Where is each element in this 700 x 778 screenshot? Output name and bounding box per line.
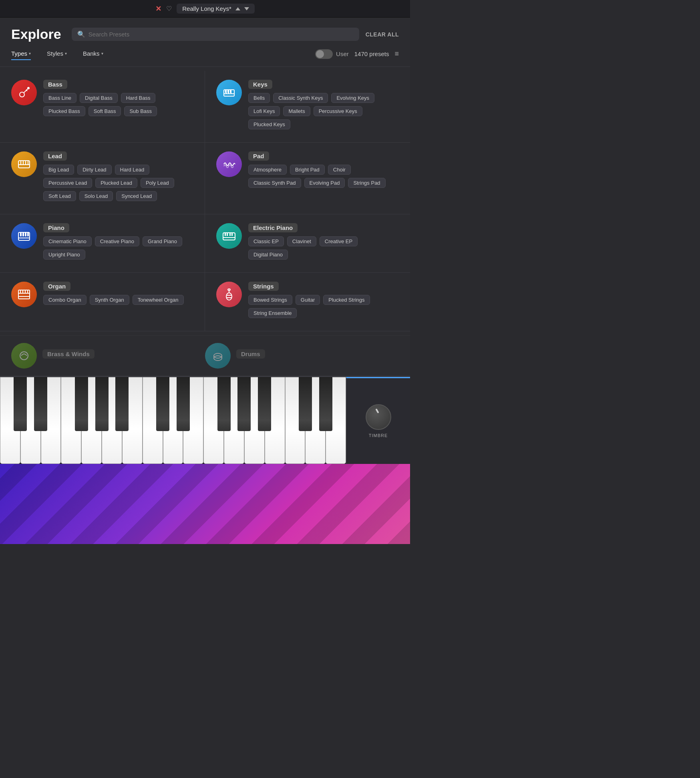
black-key[interactable] — [319, 377, 332, 431]
timbre-knob[interactable] — [366, 404, 391, 430]
tag-item[interactable]: Big Lead — [43, 165, 74, 175]
tag-item[interactable]: Upright Piano — [43, 250, 85, 260]
tag-item[interactable]: Atmosphere — [248, 165, 287, 175]
search-input[interactable] — [89, 31, 354, 38]
svg-rect-20 — [20, 232, 22, 236]
tag-item[interactable]: Plucked Keys — [248, 119, 290, 129]
category-header-organ: OrganCombo OrganSynth OrganTonewheel Org… — [11, 282, 193, 307]
tag-item[interactable]: Strings Pad — [348, 178, 385, 188]
tag-item[interactable]: Mallets — [283, 106, 310, 116]
tag-item[interactable]: Dirty Lead — [77, 165, 111, 175]
black-key[interactable] — [299, 377, 312, 431]
user-toggle[interactable] — [315, 49, 333, 59]
tag-item[interactable]: Hard Bass — [121, 93, 156, 103]
black-key[interactable] — [258, 377, 271, 431]
brass-section-partial: Brass & Winds — [11, 340, 205, 372]
tag-item[interactable]: Plucked Strings — [323, 295, 370, 305]
piano-name-badge[interactable]: Piano — [43, 223, 69, 232]
pad-name-badge[interactable]: Pad — [248, 151, 269, 161]
tag-item[interactable]: Creative EP — [320, 236, 358, 246]
next-preset-button[interactable] — [244, 7, 249, 10]
tag-item[interactable]: Classic EP — [248, 236, 284, 246]
search-bar[interactable]: 🔍 — [72, 28, 359, 41]
category-header-strings: StringsBowed StringsGuitarPlucked String… — [216, 282, 399, 318]
black-key[interactable] — [14, 377, 27, 431]
lead-name-badge[interactable]: Lead — [43, 151, 67, 161]
black-key[interactable] — [95, 377, 109, 431]
bass-name-badge[interactable]: Bass — [43, 80, 67, 89]
lead-tags: Big LeadDirty LeadHard LeadPercussive Le… — [43, 165, 193, 201]
piano-tags: Cinematic PianoCreative PianoGrand Piano… — [43, 236, 193, 260]
tag-item[interactable]: Bright Pad — [290, 165, 325, 175]
brass-svg-icon — [17, 349, 31, 363]
tag-item[interactable]: Creative Piano — [95, 236, 139, 246]
tag-item[interactable]: Synth Organ — [90, 295, 129, 305]
black-key[interactable] — [217, 377, 231, 431]
tag-item[interactable]: Percussive Lead — [43, 178, 92, 188]
tag-item[interactable]: Solo Lead — [79, 191, 113, 201]
tag-item[interactable]: Poly Lead — [141, 178, 174, 188]
black-key[interactable] — [115, 377, 129, 431]
tag-item[interactable]: Bass Line — [43, 93, 76, 103]
tag-item[interactable]: Plucked Bass — [43, 106, 85, 116]
tag-item[interactable]: Clavinet — [287, 236, 316, 246]
tag-item[interactable]: String Ensemble — [248, 308, 297, 318]
tag-item[interactable]: Classic Synth Keys — [273, 93, 328, 103]
tag-item[interactable]: Bells — [248, 93, 270, 103]
tag-item[interactable]: Digital Bass — [80, 93, 118, 103]
filter-tab-styles[interactable]: Styles ▾ — [47, 48, 67, 60]
category-section-bass: BassBass LineDigital BassHard BassPlucke… — [0, 71, 205, 143]
tag-item[interactable]: Plucked Lead — [95, 178, 137, 188]
black-key[interactable] — [34, 377, 47, 431]
organ-icon[interactable] — [11, 282, 37, 307]
black-key[interactable] — [156, 377, 169, 431]
tag-item[interactable]: Choir — [328, 165, 351, 175]
tag-item[interactable]: Digital Piano — [248, 250, 288, 260]
epiano-name-badge[interactable]: Electric Piano — [248, 223, 298, 232]
svg-rect-21 — [22, 232, 24, 236]
tag-item[interactable]: Bowed Strings — [248, 295, 292, 305]
tag-item[interactable]: Soft Bass — [89, 106, 121, 116]
tag-item[interactable]: Synced Lead — [116, 191, 157, 201]
lead-icon[interactable] — [11, 151, 37, 177]
tag-item[interactable]: Cinematic Piano — [43, 236, 92, 246]
close-button[interactable]: ✕ — [155, 4, 161, 13]
svg-rect-22 — [25, 232, 26, 236]
tag-item[interactable]: Percussive Keys — [314, 106, 362, 116]
tag-item[interactable]: Evolving Pad — [304, 178, 345, 188]
keys-name-badge[interactable]: Keys — [248, 80, 272, 89]
epiano-icon[interactable] — [216, 223, 242, 249]
piano-icon[interactable] — [11, 223, 37, 249]
filter-tab-banks[interactable]: Banks ▾ — [83, 48, 103, 60]
tag-item[interactable]: Grand Piano — [143, 236, 182, 246]
pad-icon[interactable] — [216, 151, 242, 177]
clear-all-button[interactable]: CLEAR ALL — [366, 31, 399, 38]
bass-icon[interactable] — [11, 80, 37, 105]
tag-item[interactable]: Combo Organ — [43, 295, 86, 305]
keys-tags: BellsClassic Synth KeysEvolving KeysLofi… — [248, 93, 399, 129]
tag-item[interactable]: Hard Lead — [115, 165, 150, 175]
strings-name-badge[interactable]: Strings — [248, 282, 279, 291]
keys-icon[interactable] — [216, 80, 242, 105]
tag-item[interactable]: Sub Bass — [124, 106, 157, 116]
tag-item[interactable]: Tonewheel Organ — [133, 295, 184, 305]
tag-item[interactable]: Lofi Keys — [248, 106, 280, 116]
category-header-epiano: Electric PianoClassic EPClavinetCreative… — [216, 223, 399, 260]
favorite-button[interactable]: ♡ — [166, 5, 172, 12]
menu-icon[interactable]: ≡ — [394, 50, 399, 58]
organ-name-badge[interactable]: Organ — [43, 282, 70, 291]
black-key[interactable] — [237, 377, 251, 431]
filter-tab-types[interactable]: Types ▾ — [11, 48, 31, 60]
tag-item[interactable]: Soft Lead — [43, 191, 76, 201]
tag-item[interactable]: Evolving Keys — [331, 93, 374, 103]
prev-preset-button[interactable] — [235, 7, 240, 10]
strings-icon[interactable] — [216, 282, 242, 307]
lead-name-tags: LeadBig LeadDirty LeadHard LeadPercussiv… — [43, 151, 193, 201]
black-key[interactable] — [177, 377, 190, 431]
tag-item[interactable]: Guitar — [296, 295, 320, 305]
epiano-tags: Classic EPClavinetCreative EPDigital Pia… — [248, 236, 399, 260]
bottom-gradient — [0, 464, 410, 544]
tag-item[interactable]: Classic Synth Pad — [248, 178, 301, 188]
keyboard-area: TIMBRE — [0, 376, 410, 464]
black-key[interactable] — [75, 377, 88, 431]
